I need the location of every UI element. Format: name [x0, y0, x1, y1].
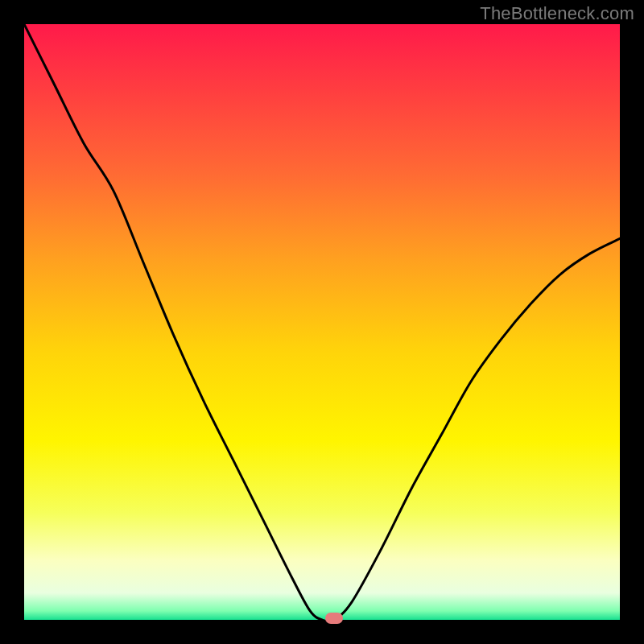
gradient-background — [24, 24, 620, 620]
chart-frame: TheBottleneck.com — [0, 0, 644, 644]
bottleneck-curve-chart — [24, 24, 620, 620]
optimal-point-marker — [325, 613, 343, 624]
watermark-text: TheBottleneck.com — [480, 3, 634, 24]
plot-area — [24, 24, 620, 620]
